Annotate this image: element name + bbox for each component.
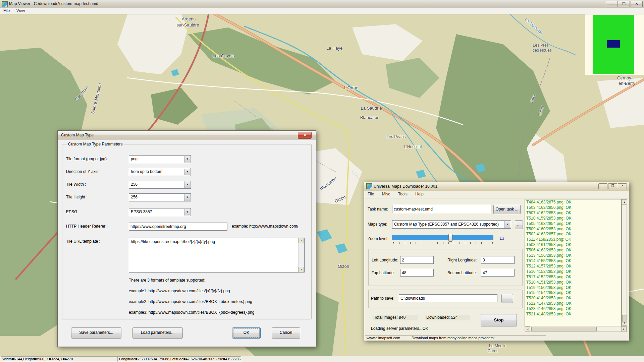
total-images-counter: Total images: 840 — [373, 315, 418, 320]
map-label: Le Moulin — [489, 344, 506, 348]
load-parameters-button[interactable]: Load parameters... — [132, 327, 183, 339]
zoom-level-label: Zoom level: — [368, 236, 388, 241]
epsg-select[interactable]: EPSG:3857 ▼ — [129, 208, 191, 216]
dropdown-arrow-icon[interactable]: ▼ — [184, 181, 190, 188]
log-line[interactable]: T522 4147/2853.png: OK — [526, 301, 621, 306]
dropdown-arrow-icon[interactable]: ▼ — [184, 209, 190, 216]
umd-restore-button[interactable]: ❐ — [608, 183, 617, 189]
tile-height-select[interactable]: 256 ▼ — [129, 193, 191, 201]
textarea-scrollbar[interactable]: ▲ ▼ — [298, 238, 304, 272]
main-titlebar[interactable]: Map Viewer - C:\downloads\custom-map-tes… — [0, 0, 644, 8]
umd-window: Universal Maps Downloader 10.001 — ❐ ✕ F… — [364, 182, 629, 341]
umd-menu-tools[interactable]: Tools — [395, 191, 411, 197]
download-log-list[interactable]: T484 4163/2875.png: OK T503 4163/2856.pn… — [525, 199, 622, 326]
bottom-latitude-input[interactable] — [481, 269, 515, 277]
log-line[interactable]: T523 4146/2853.png: OK — [526, 306, 621, 312]
tile-format-value: png — [131, 157, 184, 161]
ok-button[interactable]: OK — [232, 327, 261, 339]
umd-menu-help[interactable]: Help — [412, 191, 427, 197]
minimize-button[interactable]: — — [606, 1, 618, 7]
path-browse-button[interactable]: ... — [501, 294, 513, 303]
scroll-right-icon[interactable]: ► — [621, 326, 627, 332]
log-line[interactable]: T510 4159/2853.png: OK — [526, 216, 621, 221]
log-line[interactable]: T520 4149/2853.png: OK — [526, 296, 621, 301]
zoom-slider-thumb[interactable] — [448, 234, 452, 242]
map-label: Les Guyots — [213, 53, 235, 58]
log-line[interactable]: T516 4153/2853.png: OK — [526, 269, 621, 275]
log-vertical-scrollbar[interactable]: ▲ ▼ — [622, 199, 627, 326]
map-label: L'Orme — [344, 85, 358, 90]
open-task-button[interactable]: Open task ... — [493, 205, 521, 214]
map-label: L'Hospital — [404, 144, 422, 149]
log-line[interactable]: T512 4157/2853.png: OK — [526, 264, 621, 269]
zoom-level-value: 13 — [499, 236, 504, 241]
close-button[interactable]: ✕ — [631, 1, 643, 7]
log-line[interactable]: T513 4156/2853.png: OK — [526, 253, 621, 258]
zoom-slider-track[interactable] — [392, 235, 493, 240]
log-line[interactable]: T519 4150/2853.png: OK — [526, 285, 621, 291]
log-line[interactable]: T484 4163/2875.png: OK — [526, 200, 621, 205]
maps-type-select[interactable]: Custom Map Type (EPSG3857 and EPSG4326 s… — [392, 220, 511, 229]
tile-width-select[interactable]: 256 ▼ — [129, 181, 191, 189]
cancel-button[interactable]: Cancel — [272, 327, 300, 339]
dialog-close-button[interactable]: ✕ — [298, 132, 312, 139]
dropdown-arrow-icon[interactable]: ▼ — [184, 194, 190, 201]
umd-minimize-button[interactable]: — — [598, 183, 607, 189]
stop-button[interactable]: Stop — [481, 314, 517, 326]
dropdown-arrow-icon[interactable]: ▼ — [504, 221, 511, 228]
menu-view[interactable]: View — [14, 8, 28, 13]
dialog-titlebar[interactable]: Custom Map Type — [58, 131, 316, 140]
log-line[interactable]: T503 4163/2856.png: OK — [526, 205, 621, 210]
vscroll-thumb[interactable] — [622, 315, 627, 322]
downloaded-counter: Downloaded: 524 — [425, 315, 470, 320]
maps-type-browse-button[interactable]: ... — [515, 220, 523, 229]
y-axis-select[interactable]: from up to bottom ▼ — [129, 168, 191, 176]
main-window-title: Map Viewer - C:\downloads\custom-map-tes… — [9, 1, 98, 6]
scroll-up-icon[interactable]: ▲ — [622, 199, 627, 205]
umd-menu-misc[interactable]: Misc — [379, 191, 394, 197]
log-line[interactable]: T517 4152/2853.png: OK — [526, 275, 621, 280]
menu-file[interactable]: File — [1, 8, 12, 13]
template-textarea[interactable]: https://tile-c.openstreetmap.fr/hot/{z}/… — [129, 238, 305, 273]
umd-titlebar[interactable]: Universal Maps Downloader 10.001 — ❐ ✕ — [364, 182, 629, 191]
map-label: sur-Sauldre — [176, 22, 199, 27]
log-horizontal-scrollbar[interactable]: ◄ ► — [525, 326, 627, 331]
umd-close-button[interactable]: ✕ — [618, 183, 627, 189]
umd-menu-file[interactable]: File — [364, 191, 377, 197]
right-longitude-input[interactable] — [481, 256, 515, 264]
epsg-label: EPSG: — [66, 209, 78, 214]
umd-statusbar: www.allmapsoft.com Download maps from ma… — [364, 335, 629, 341]
log-line[interactable]: T509 4160/2853.png: OK — [526, 227, 621, 232]
scroll-down-icon[interactable]: ▼ — [299, 267, 304, 272]
overview-selection-box — [593, 15, 634, 74]
scroll-up-icon[interactable]: ▲ — [299, 238, 304, 243]
path-to-save-input[interactable] — [399, 294, 497, 302]
map-label: Oizon — [338, 264, 349, 269]
log-line[interactable]: T508 4161/2853.png: OK — [526, 242, 621, 248]
save-parameters-button[interactable]: Save parameters... — [71, 327, 121, 339]
tile-format-select[interactable]: png ▼ — [129, 155, 191, 163]
log-line[interactable]: T511 4158/2853.png: OK — [526, 237, 621, 242]
log-line[interactable]: T515 4154/2853.png: OK — [526, 290, 621, 296]
dropdown-arrow-icon[interactable]: ▼ — [184, 156, 190, 163]
log-line[interactable]: T507 4162/2853.png: OK — [526, 210, 621, 216]
template-label: Tile URL template : — [66, 239, 100, 244]
top-latitude-input[interactable] — [400, 269, 434, 277]
hscroll-thumb[interactable] — [531, 327, 597, 331]
task-name-input[interactable] — [392, 205, 491, 213]
log-line[interactable]: T514 4155/2853.png: OK — [526, 258, 621, 264]
log-line[interactable]: T505 4163/2854.png: OK — [526, 221, 621, 227]
log-line[interactable]: T502 4163/2857.png: OK — [526, 232, 621, 237]
referer-input[interactable] — [129, 223, 227, 231]
status-coordinates: Longitude=2.53097534179688,Latitude=47.5… — [117, 356, 241, 362]
restore-button[interactable]: ❐ — [618, 1, 630, 7]
umd-app-icon — [366, 183, 372, 189]
left-longitude-input[interactable] — [400, 256, 434, 264]
scroll-left-icon[interactable]: ◄ — [525, 326, 530, 332]
log-line[interactable]: T518 4151/2853.png: OK — [526, 280, 621, 285]
dropdown-arrow-icon[interactable]: ▼ — [184, 169, 190, 175]
log-line[interactable]: T521 4148/2853.png: OK — [526, 312, 621, 317]
y-axis-label: Direction of Y axis : — [66, 169, 101, 174]
template-example3: example3: http://www.mapsdown.com/tiles/… — [129, 310, 255, 315]
log-line[interactable]: T506 4163/2853.png: OK — [526, 248, 621, 253]
